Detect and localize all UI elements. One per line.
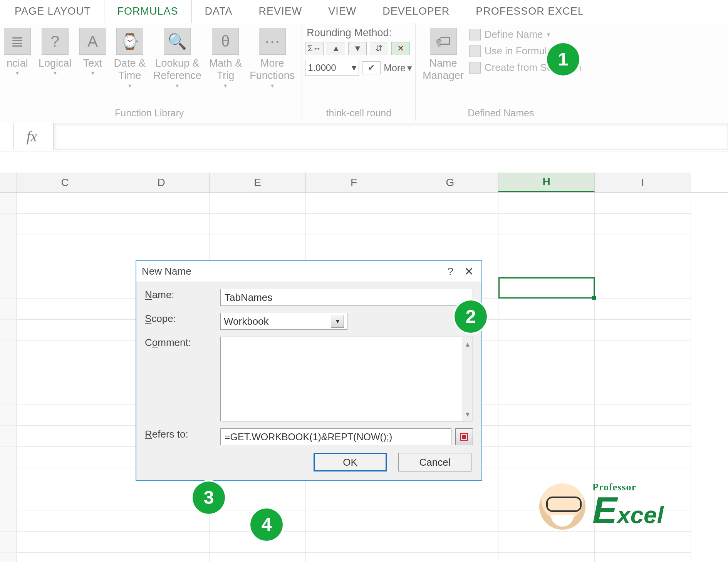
cell[interactable] <box>595 383 691 404</box>
tab-page-layout[interactable]: PAGE LAYOUT <box>2 0 104 23</box>
cell[interactable] <box>210 193 306 214</box>
cell[interactable] <box>498 341 595 362</box>
chevron-down-icon[interactable]: ▾ <box>331 315 344 328</box>
cell[interactable] <box>17 341 113 362</box>
cell[interactable] <box>17 468 113 489</box>
refers-to-input[interactable] <box>220 428 451 445</box>
cell[interactable] <box>17 426 113 447</box>
cell[interactable] <box>595 426 691 447</box>
tab-formulas[interactable]: FORMULAS <box>104 0 192 23</box>
cell[interactable] <box>17 553 113 562</box>
cell[interactable] <box>113 510 210 532</box>
tab-review[interactable]: REVIEW <box>246 0 315 23</box>
cell[interactable] <box>210 553 306 562</box>
cell[interactable] <box>210 214 306 235</box>
cell[interactable] <box>17 235 113 256</box>
row[interactable] <box>0 193 728 214</box>
financial-button[interactable]: ≣ncial▾ <box>0 25 35 77</box>
cell[interactable] <box>17 489 113 510</box>
cell[interactable] <box>498 553 595 562</box>
cell[interactable] <box>498 214 595 235</box>
cell[interactable] <box>498 426 595 447</box>
cell[interactable] <box>498 362 595 383</box>
cell[interactable] <box>402 193 498 214</box>
cell[interactable] <box>210 235 306 256</box>
cell[interactable] <box>17 256 113 277</box>
tab-developer[interactable]: DEVELOPER <box>369 0 463 23</box>
text-button[interactable]: AText▾ <box>75 25 110 77</box>
cell[interactable] <box>595 553 691 562</box>
tab-professor-excel[interactable]: PROFESSOR EXCEL <box>463 0 597 23</box>
cell[interactable] <box>402 510 498 532</box>
cell[interactable] <box>402 532 498 553</box>
cell[interactable] <box>498 193 595 214</box>
cell[interactable] <box>306 214 402 235</box>
cell[interactable] <box>17 193 113 214</box>
sum-round-icon[interactable]: Σ↔ <box>305 42 324 55</box>
col-G[interactable]: G <box>402 173 498 192</box>
arrow-down-icon[interactable]: ▾ <box>466 409 470 419</box>
cell[interactable] <box>17 404 113 426</box>
round-down-icon[interactable]: ▼ <box>348 42 367 55</box>
cell[interactable] <box>402 489 498 510</box>
cell[interactable] <box>17 277 113 299</box>
cell[interactable] <box>113 235 210 256</box>
cell[interactable] <box>498 320 595 341</box>
cell[interactable] <box>498 532 595 553</box>
close-icon[interactable]: ✕ <box>462 265 476 278</box>
scrollbar[interactable]: ▴▾ <box>462 337 473 421</box>
col-F[interactable]: F <box>306 173 402 192</box>
cell[interactable] <box>498 256 595 277</box>
cell[interactable] <box>402 553 498 562</box>
col-E[interactable]: E <box>210 173 306 192</box>
cell[interactable] <box>306 489 402 510</box>
round-both-icon[interactable]: ⇵ <box>370 42 388 55</box>
row[interactable] <box>0 553 728 562</box>
ok-button[interactable]: OK <box>314 453 387 471</box>
cell[interactable] <box>17 532 113 553</box>
cell[interactable] <box>306 235 402 256</box>
round-up-icon[interactable]: ▲ <box>327 42 345 55</box>
cell[interactable] <box>498 383 595 404</box>
cell[interactable] <box>595 404 691 426</box>
cell[interactable] <box>595 277 691 299</box>
cell[interactable] <box>498 277 595 299</box>
cell[interactable] <box>402 235 498 256</box>
math-trig-button[interactable]: θMath &Trig▾ <box>205 25 246 89</box>
cell[interactable] <box>17 447 113 468</box>
tab-view[interactable]: VIEW <box>315 0 369 23</box>
cell[interactable] <box>595 362 691 383</box>
more-round-button[interactable]: More▾ <box>384 62 412 74</box>
logical-button[interactable]: ?Logical▾ <box>35 25 75 77</box>
arrow-up-icon[interactable]: ▴ <box>466 339 470 349</box>
cell[interactable] <box>498 404 595 426</box>
dialog-titlebar[interactable]: New Name ? ✕ <box>136 261 481 282</box>
cell[interactable] <box>595 256 691 277</box>
cell[interactable] <box>17 510 113 532</box>
cell[interactable] <box>17 362 113 383</box>
round-clear-icon[interactable]: ✕ <box>391 42 410 55</box>
cell[interactable] <box>595 532 691 553</box>
formula-input[interactable] <box>53 123 728 149</box>
row[interactable] <box>0 532 728 553</box>
cell[interactable] <box>595 235 691 256</box>
cell[interactable] <box>113 553 210 562</box>
apply-round-icon[interactable]: ✔ <box>362 61 381 74</box>
define-name-button[interactable]: Define Name▾ <box>469 29 581 40</box>
name-manager-button[interactable]: 🏷 NameManager <box>419 25 468 82</box>
cell[interactable] <box>113 532 210 553</box>
cell[interactable] <box>17 383 113 404</box>
name-input[interactable] <box>220 289 473 306</box>
fx-icon[interactable]: fx <box>14 123 50 149</box>
cell[interactable] <box>113 193 210 214</box>
col-C[interactable]: C <box>17 173 113 192</box>
col-I[interactable]: I <box>595 173 691 192</box>
date-time-button[interactable]: ⌚Date &Time▾ <box>110 25 150 89</box>
cell[interactable] <box>595 341 691 362</box>
cell[interactable] <box>595 320 691 341</box>
cell[interactable] <box>17 320 113 341</box>
col-H[interactable]: H <box>498 173 595 192</box>
cell[interactable] <box>498 299 595 320</box>
row[interactable] <box>0 214 728 235</box>
row[interactable] <box>0 235 728 256</box>
